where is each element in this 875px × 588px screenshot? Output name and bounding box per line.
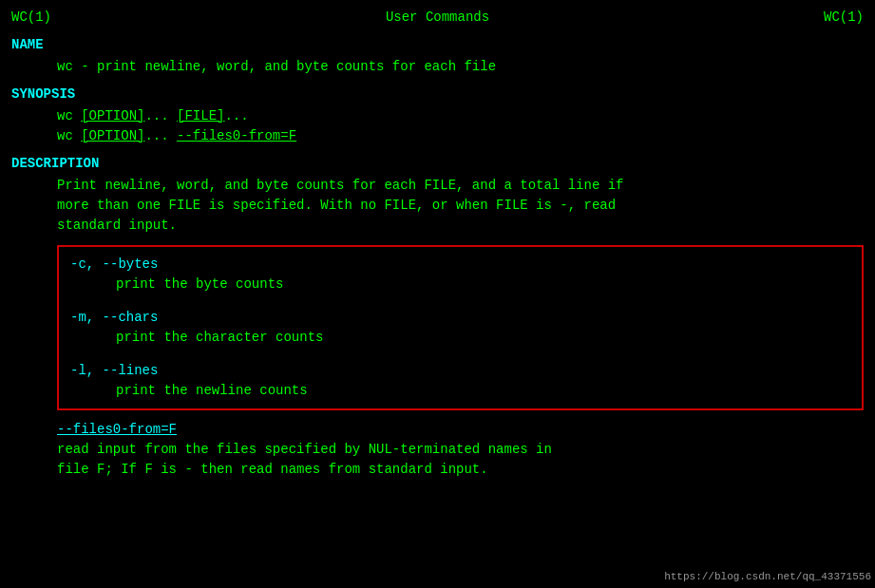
option-lines-desc: print the newline counts [70, 381, 850, 401]
option-lines: -l, --lines print the newline counts [70, 361, 850, 401]
options-box: -c, --bytes print the byte counts -m, --… [57, 245, 864, 410]
option-chars-flag: -m, --chars [70, 308, 850, 328]
section-synopsis: SYNOPSIS wc [OPTION]... [FILE]... wc [OP… [11, 85, 864, 146]
option-bytes-flag: -c, --bytes [70, 255, 850, 275]
description-paragraph: Print newline, word, and byte counts for… [11, 176, 864, 236]
synopsis-ellipsis2: ... [224, 108, 248, 123]
files0-flag: --files0-from=F [57, 422, 177, 437]
files0-desc2: file F; If F is - then read names from s… [57, 462, 488, 477]
desc-line2: more than one FILE is specified. With no… [57, 198, 616, 213]
header: WC(1) User Commands WC(1) [11, 8, 864, 28]
synopsis-line2: wc [OPTION]... --files0-from=F [11, 126, 864, 146]
option-bytes-desc: print the byte counts [70, 275, 850, 294]
header-right: WC(1) [824, 8, 864, 28]
synopsis-files0: --files0-from=F [177, 128, 296, 143]
synopsis-file1: [FILE] [177, 108, 224, 123]
option-chars: -m, --chars print the character counts [70, 308, 850, 348]
files0-entry: --files0-from=F read input from the file… [11, 420, 864, 480]
synopsis-wc2: wc [57, 128, 81, 143]
synopsis-ellipsis1: ... [144, 108, 177, 123]
description-title: DESCRIPTION [11, 154, 864, 174]
option-lines-flag: -l, --lines [70, 361, 850, 381]
synopsis-line1: wc [OPTION]... [FILE]... [11, 106, 864, 126]
synopsis-ellipsis3: ... [144, 128, 177, 143]
header-center: User Commands [386, 8, 489, 28]
section-description: DESCRIPTION Print newline, word, and byt… [11, 154, 864, 480]
section-name: NAME wc - print newline, word, and byte … [11, 35, 864, 77]
desc-line1: Print newline, word, and byte counts for… [57, 178, 624, 193]
option-bytes: -c, --bytes print the byte counts [70, 255, 850, 294]
synopsis-option2: [OPTION] [81, 128, 144, 143]
synopsis-title: SYNOPSIS [11, 85, 864, 104]
files0-desc1: read input from the files specified by N… [57, 442, 552, 457]
header-left: WC(1) [11, 8, 51, 28]
desc-line3: standard input. [57, 218, 177, 233]
synopsis-option1: [OPTION] [81, 108, 144, 123]
option-chars-desc: print the character counts [70, 328, 850, 348]
name-title: NAME [11, 35, 864, 55]
synopsis-wc1: wc [57, 108, 81, 123]
watermark: https://blog.csdn.net/qq_43371556 [664, 569, 871, 585]
name-content: wc - print newline, word, and byte count… [11, 57, 864, 77]
